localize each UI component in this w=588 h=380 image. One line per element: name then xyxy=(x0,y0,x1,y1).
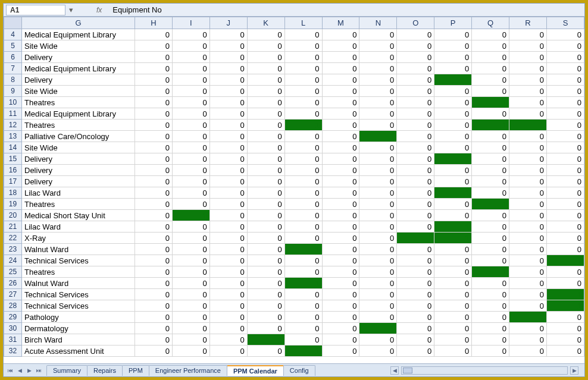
cell[interactable]: 0 xyxy=(359,210,397,221)
cell[interactable]: 0 xyxy=(172,187,209,199)
cell[interactable]: 0 xyxy=(209,244,247,255)
cell[interactable]: 0 xyxy=(209,108,247,120)
cell[interactable]: Technical Services xyxy=(22,255,135,266)
cell[interactable]: 0 xyxy=(247,165,284,176)
cell[interactable]: 0 xyxy=(135,312,173,323)
cell[interactable]: 0 xyxy=(247,278,284,289)
cell[interactable]: 0 xyxy=(397,74,434,86)
cell[interactable]: 0 xyxy=(472,52,509,63)
cell[interactable]: 0 xyxy=(546,233,584,244)
cell[interactable]: 0 xyxy=(322,346,359,357)
cell[interactable]: Lilac Ward xyxy=(22,221,135,233)
cell[interactable]: 0 xyxy=(546,86,584,97)
cell[interactable]: 0 xyxy=(434,312,472,323)
row-header[interactable]: 19 xyxy=(4,199,22,210)
cell[interactable]: 0 xyxy=(284,210,322,221)
cell[interactable]: 0 xyxy=(359,40,397,52)
cell[interactable]: 0 xyxy=(359,52,397,63)
cell[interactable]: 0 xyxy=(247,131,284,142)
cell[interactable]: 0 xyxy=(322,233,359,244)
cell[interactable]: 0 xyxy=(209,52,247,63)
cell[interactable]: 0 xyxy=(284,199,322,210)
cell[interactable]: 0 xyxy=(434,97,472,108)
scroll-right-icon[interactable]: ▶ xyxy=(570,366,578,375)
cell[interactable]: 0 xyxy=(509,323,547,334)
cell[interactable]: 0 xyxy=(472,221,509,233)
cell[interactable]: 0 xyxy=(546,153,584,165)
cell[interactable]: 0 xyxy=(546,278,584,289)
cell[interactable]: 1 xyxy=(472,120,509,131)
cell[interactable]: 0 xyxy=(322,334,359,346)
cell[interactable]: 0 xyxy=(509,40,547,52)
cell[interactable]: 0 xyxy=(172,312,209,323)
cell[interactable]: 0 xyxy=(546,221,584,233)
cell[interactable]: 0 xyxy=(247,346,284,357)
cell[interactable]: Delivery xyxy=(22,165,135,176)
cell[interactable]: 0 xyxy=(135,199,173,210)
row-header[interactable]: 12 xyxy=(4,120,22,131)
cell[interactable]: 0 xyxy=(247,63,284,74)
cell[interactable]: 0 xyxy=(322,221,359,233)
cell[interactable]: 0 xyxy=(472,86,509,97)
cell[interactable]: 0 xyxy=(172,29,209,40)
cell[interactable]: 0 xyxy=(209,165,247,176)
cell[interactable]: 0 xyxy=(135,40,173,52)
cell[interactable]: 0 xyxy=(209,86,247,97)
cell[interactable]: 0 xyxy=(209,199,247,210)
cell[interactable]: 0 xyxy=(209,210,247,221)
column-header[interactable]: H xyxy=(135,17,173,29)
cell[interactable]: 0 xyxy=(135,210,173,221)
cell[interactable]: 0 xyxy=(135,86,173,97)
cell[interactable]: 0 xyxy=(397,40,434,52)
cell[interactable]: 0 xyxy=(172,221,209,233)
row-header[interactable]: 29 xyxy=(4,312,22,323)
cell[interactable]: 0 xyxy=(247,289,284,300)
tab-last-icon[interactable]: ⏭ xyxy=(35,366,43,375)
cell[interactable]: 0 xyxy=(322,29,359,40)
cell[interactable]: 0 xyxy=(247,187,284,199)
cell[interactable]: 0 xyxy=(472,334,509,346)
cell[interactable]: Delivery xyxy=(22,176,135,187)
cell[interactable]: 0 xyxy=(397,221,434,233)
cell[interactable]: 0 xyxy=(359,334,397,346)
cell[interactable]: 0 xyxy=(322,153,359,165)
cell[interactable]: 1 xyxy=(434,74,472,86)
cell[interactable]: 0 xyxy=(472,40,509,52)
column-header[interactable]: R xyxy=(509,17,547,29)
cell[interactable]: 0 xyxy=(509,29,547,40)
cell[interactable]: Pathology xyxy=(22,312,135,323)
cell[interactable]: 0 xyxy=(135,266,173,278)
cell[interactable]: 0 xyxy=(135,244,173,255)
cell[interactable]: 0 xyxy=(284,176,322,187)
cell[interactable]: 0 xyxy=(284,52,322,63)
cell[interactable]: 0 xyxy=(434,300,472,312)
cell[interactable]: 0 xyxy=(434,176,472,187)
column-header[interactable]: S xyxy=(546,17,584,29)
cell[interactable]: 0 xyxy=(546,244,584,255)
row-header[interactable]: 30 xyxy=(4,323,22,334)
cell[interactable]: 0 xyxy=(509,131,547,142)
cell[interactable]: 0 xyxy=(247,244,284,255)
row-header[interactable]: 15 xyxy=(4,153,22,165)
cell[interactable]: 0 xyxy=(172,346,209,357)
cell[interactable]: 1 xyxy=(397,233,434,244)
cell[interactable]: Delivery xyxy=(22,153,135,165)
cell[interactable]: 0 xyxy=(247,176,284,187)
row-header[interactable]: 25 xyxy=(4,266,22,278)
cell[interactable]: 0 xyxy=(172,86,209,97)
cell[interactable]: 0 xyxy=(247,52,284,63)
cell[interactable]: 0 xyxy=(546,63,584,74)
scroll-track[interactable] xyxy=(401,366,568,375)
cell[interactable]: 1 xyxy=(434,187,472,199)
cell[interactable]: 1 xyxy=(359,323,397,334)
row-header[interactable]: 32 xyxy=(4,346,22,357)
cell[interactable]: 0 xyxy=(172,233,209,244)
column-header[interactable] xyxy=(4,17,22,29)
cell[interactable]: 0 xyxy=(546,323,584,334)
cell[interactable]: 0 xyxy=(434,29,472,40)
cell[interactable]: 0 xyxy=(397,255,434,266)
cell[interactable]: 0 xyxy=(397,266,434,278)
cell[interactable]: X-Ray xyxy=(22,233,135,244)
cell[interactable]: 0 xyxy=(509,63,547,74)
cell[interactable]: 0 xyxy=(322,266,359,278)
